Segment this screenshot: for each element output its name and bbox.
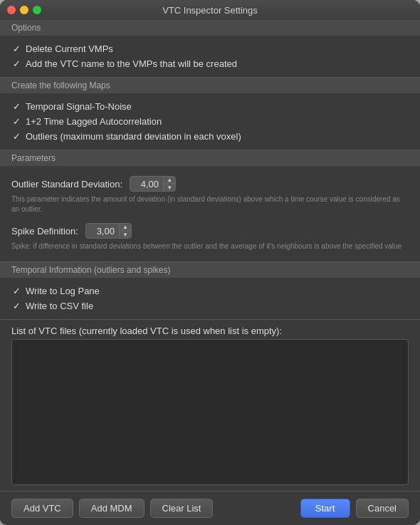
spike-def-input-group[interactable]: ▲ ▼ <box>85 223 132 239</box>
window-title: VTC Inspector Settings <box>162 5 258 16</box>
main-window: VTC Inspector Settings Options ✓ Delete … <box>0 0 420 525</box>
spike-def-label: Spike Definition: <box>11 226 78 236</box>
add-vtc-name-label: Add the VTC name to the VMPs that will b… <box>26 58 237 69</box>
window-controls <box>7 6 41 14</box>
maximize-button[interactable] <box>33 6 41 14</box>
delete-vmp-check: ✓ <box>11 43 21 54</box>
write-log-check: ✓ <box>11 286 21 296</box>
write-log-label: Write to Log Pane <box>26 286 100 296</box>
spike-def-row: Spike Definition: ▲ ▼ <box>11 219 409 240</box>
add-vtc-button[interactable]: Add VTC <box>11 499 73 518</box>
content-area: Options ✓ Delete Current VMPs ✓ Add the … <box>0 20 420 491</box>
vtc-file-list[interactable] <box>11 339 409 485</box>
time-lagged-row[interactable]: ✓ 1+2 Time Lagged Autocorrelation <box>11 114 409 129</box>
delete-vmp-row[interactable]: ✓ Delete Current VMPs <box>11 41 409 56</box>
maps-section-body: ✓ Temporal Signal-To-Noise ✓ 1+2 Time La… <box>0 93 420 150</box>
time-lagged-label: 1+2 Time Lagged Autocorrelation <box>26 116 162 127</box>
outlier-std-up[interactable]: ▲ <box>164 177 175 184</box>
outlier-std-down[interactable]: ▼ <box>164 184 175 191</box>
write-csv-row[interactable]: ✓ Write to CSV file <box>11 298 409 313</box>
outliers-row[interactable]: ✓ Outliers (maximum standard deviation i… <box>11 129 409 144</box>
cancel-button[interactable]: Cancel <box>356 499 409 518</box>
delete-vmp-label: Delete Current VMPs <box>26 43 113 54</box>
outlier-std-input-group[interactable]: ▲ ▼ <box>130 176 176 192</box>
spike-def-up[interactable]: ▲ <box>120 224 131 231</box>
outlier-hint: This parameter indicates the amount of d… <box>11 193 409 219</box>
parameters-section-header: Parameters <box>0 150 420 166</box>
add-vtc-name-row[interactable]: ✓ Add the VTC name to the VMPs that will… <box>11 56 409 71</box>
temporal-snr-check: ✓ <box>11 101 21 112</box>
add-mdm-button[interactable]: Add MDM <box>79 499 145 518</box>
vtc-list-label: List of VTC files (currently loaded VTC … <box>0 320 420 339</box>
write-csv-label: Write to CSV file <box>26 301 93 311</box>
options-section-header: Options <box>0 20 420 36</box>
temporal-section-header: Temporal Information (outliers and spike… <box>0 262 420 278</box>
time-lagged-check: ✓ <box>11 116 21 127</box>
outlier-std-spinner: ▲ ▼ <box>163 177 175 191</box>
spike-def-spinner: ▲ ▼ <box>119 224 131 238</box>
temporal-snr-row[interactable]: ✓ Temporal Signal-To-Noise <box>11 99 409 114</box>
spike-def-input[interactable] <box>86 224 119 238</box>
clear-list-button[interactable]: Clear List <box>150 499 214 518</box>
parameters-section-body: Outlier Standard Deviation: ▲ ▼ This par… <box>0 166 420 261</box>
spike-def-down[interactable]: ▼ <box>120 231 131 238</box>
bottom-bar: Add VTC Add MDM Clear List Start Cancel <box>0 491 420 525</box>
spike-hint: Spike: if difference in standard deviati… <box>11 240 409 256</box>
close-button[interactable] <box>7 6 16 14</box>
add-vtc-name-check: ✓ <box>11 58 21 69</box>
outliers-check: ✓ <box>11 131 21 142</box>
start-button[interactable]: Start <box>300 499 350 518</box>
write-csv-check: ✓ <box>11 301 21 311</box>
write-log-row[interactable]: ✓ Write to Log Pane <box>11 284 409 298</box>
title-bar: VTC Inspector Settings <box>0 0 420 20</box>
outlier-std-input[interactable] <box>130 177 163 191</box>
temporal-section-body: ✓ Write to Log Pane ✓ Write to CSV file <box>0 278 420 319</box>
options-section-body: ✓ Delete Current VMPs ✓ Add the VTC name… <box>0 36 420 77</box>
maps-section-header: Create the following Maps <box>0 78 420 93</box>
temporal-snr-label: Temporal Signal-To-Noise <box>26 101 132 112</box>
outliers-label: Outliers (maximum standard deviation in … <box>26 131 241 142</box>
outlier-std-row: Outlier Standard Deviation: ▲ ▼ <box>11 172 409 193</box>
outlier-std-label: Outlier Standard Deviation: <box>11 179 122 189</box>
minimize-button[interactable] <box>20 6 28 14</box>
